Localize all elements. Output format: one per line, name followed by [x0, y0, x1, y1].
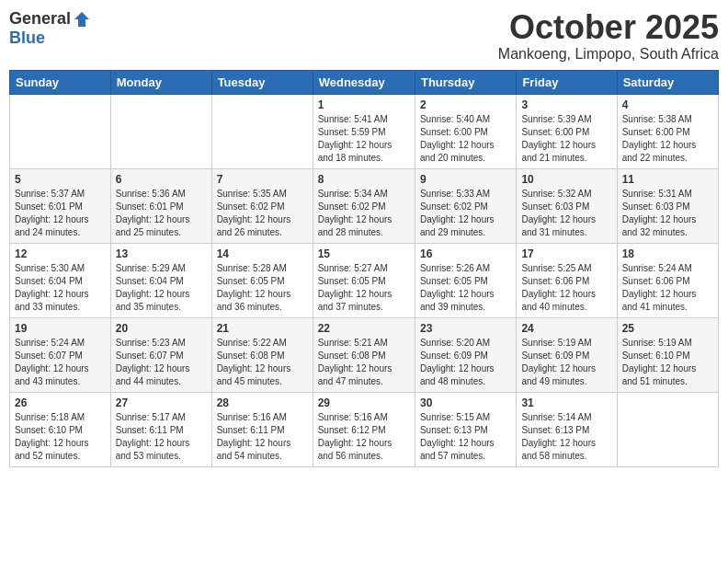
weekday-header: Friday [517, 70, 617, 94]
day-info: Sunrise: 5:24 AM Sunset: 6:06 PM Dayligh… [622, 262, 713, 314]
day-number: 23 [420, 322, 511, 335]
day-number: 26 [15, 396, 106, 409]
calendar-day-cell: 7Sunrise: 5:35 AM Sunset: 6:02 PM Daylig… [211, 168, 313, 243]
day-info: Sunrise: 5:39 AM Sunset: 6:00 PM Dayligh… [521, 113, 611, 165]
calendar-day-cell: 25Sunrise: 5:19 AM Sunset: 6:10 PM Dayli… [617, 317, 718, 392]
day-number: 10 [521, 173, 611, 186]
day-info: Sunrise: 5:36 AM Sunset: 6:01 PM Dayligh… [116, 188, 207, 239]
day-info: Sunrise: 5:30 AM Sunset: 6:04 PM Dayligh… [15, 262, 106, 314]
day-number: 8 [318, 173, 410, 186]
calendar-day-cell: 17Sunrise: 5:25 AM Sunset: 6:06 PM Dayli… [517, 243, 617, 317]
day-info: Sunrise: 5:16 AM Sunset: 6:11 PM Dayligh… [217, 411, 308, 463]
calendar-day-cell: 12Sunrise: 5:30 AM Sunset: 6:04 PM Dayli… [10, 243, 111, 317]
day-number: 1 [318, 98, 410, 111]
logo-blue-text: Blue [9, 29, 45, 48]
calendar-header-row: SundayMondayTuesdayWednesdayThursdayFrid… [10, 70, 719, 94]
calendar-day-cell: 30Sunrise: 5:15 AM Sunset: 6:13 PM Dayli… [415, 392, 516, 466]
day-number: 2 [420, 98, 511, 111]
day-number: 12 [15, 247, 106, 260]
day-info: Sunrise: 5:23 AM Sunset: 6:07 PM Dayligh… [116, 337, 207, 388]
day-number: 29 [318, 396, 410, 409]
day-number: 21 [217, 322, 308, 335]
day-number: 31 [521, 396, 611, 409]
svg-marker-0 [74, 12, 89, 27]
day-info: Sunrise: 5:38 AM Sunset: 6:00 PM Dayligh… [622, 113, 713, 165]
day-number: 20 [116, 322, 207, 335]
day-info: Sunrise: 5:19 AM Sunset: 6:10 PM Dayligh… [622, 337, 713, 388]
calendar-week-row: 5Sunrise: 5:37 AM Sunset: 6:01 PM Daylig… [10, 168, 719, 243]
month-title: October 2025 [498, 9, 719, 46]
day-number: 30 [420, 396, 511, 409]
logo: General Blue [9, 9, 91, 48]
day-number: 13 [116, 247, 207, 260]
day-info: Sunrise: 5:27 AM Sunset: 6:05 PM Dayligh… [318, 262, 410, 314]
weekday-header: Tuesday [211, 70, 313, 94]
calendar-week-row: 12Sunrise: 5:30 AM Sunset: 6:04 PM Dayli… [10, 243, 719, 317]
day-info: Sunrise: 5:17 AM Sunset: 6:11 PM Dayligh… [116, 411, 207, 463]
day-info: Sunrise: 5:40 AM Sunset: 6:00 PM Dayligh… [420, 113, 511, 165]
day-info: Sunrise: 5:24 AM Sunset: 6:07 PM Dayligh… [15, 337, 106, 388]
day-number: 24 [521, 322, 611, 335]
calendar-week-row: 26Sunrise: 5:18 AM Sunset: 6:10 PM Dayli… [10, 392, 719, 466]
weekday-header: Monday [110, 70, 211, 94]
day-number: 5 [15, 173, 106, 186]
day-info: Sunrise: 5:22 AM Sunset: 6:08 PM Dayligh… [217, 337, 308, 388]
calendar-day-cell: 29Sunrise: 5:16 AM Sunset: 6:12 PM Dayli… [313, 392, 415, 466]
weekday-header: Saturday [617, 70, 718, 94]
day-info: Sunrise: 5:25 AM Sunset: 6:06 PM Dayligh… [521, 262, 611, 314]
day-info: Sunrise: 5:19 AM Sunset: 6:09 PM Dayligh… [521, 337, 611, 388]
day-info: Sunrise: 5:32 AM Sunset: 6:03 PM Dayligh… [521, 188, 611, 239]
calendar-day-cell: 6Sunrise: 5:36 AM Sunset: 6:01 PM Daylig… [110, 168, 211, 243]
calendar-week-row: 1Sunrise: 5:41 AM Sunset: 5:59 PM Daylig… [10, 94, 719, 168]
day-info: Sunrise: 5:34 AM Sunset: 6:02 PM Dayligh… [318, 188, 410, 239]
calendar-table: SundayMondayTuesdayWednesdayThursdayFrid… [9, 70, 719, 467]
calendar-day-cell [110, 94, 211, 168]
calendar-day-cell: 27Sunrise: 5:17 AM Sunset: 6:11 PM Dayli… [110, 392, 211, 466]
weekday-header: Wednesday [313, 70, 415, 94]
day-info: Sunrise: 5:28 AM Sunset: 6:05 PM Dayligh… [217, 262, 308, 314]
day-number: 7 [217, 173, 308, 186]
day-info: Sunrise: 5:35 AM Sunset: 6:02 PM Dayligh… [217, 188, 308, 239]
day-info: Sunrise: 5:18 AM Sunset: 6:10 PM Dayligh… [15, 411, 106, 463]
calendar-day-cell: 28Sunrise: 5:16 AM Sunset: 6:11 PM Dayli… [211, 392, 313, 466]
calendar-day-cell: 13Sunrise: 5:29 AM Sunset: 6:04 PM Dayli… [110, 243, 211, 317]
calendar-day-cell: 15Sunrise: 5:27 AM Sunset: 6:05 PM Dayli… [313, 243, 415, 317]
calendar-day-cell: 18Sunrise: 5:24 AM Sunset: 6:06 PM Dayli… [617, 243, 718, 317]
day-info: Sunrise: 5:20 AM Sunset: 6:09 PM Dayligh… [420, 337, 511, 388]
calendar-day-cell: 10Sunrise: 5:32 AM Sunset: 6:03 PM Dayli… [517, 168, 617, 243]
calendar-day-cell: 14Sunrise: 5:28 AM Sunset: 6:05 PM Dayli… [211, 243, 313, 317]
page-header: General Blue October 2025 Mankoeng, Limp… [9, 9, 719, 63]
day-number: 9 [420, 173, 511, 186]
day-number: 11 [622, 173, 713, 186]
calendar-day-cell: 16Sunrise: 5:26 AM Sunset: 6:05 PM Dayli… [415, 243, 516, 317]
calendar-day-cell: 21Sunrise: 5:22 AM Sunset: 6:08 PM Dayli… [211, 317, 313, 392]
day-info: Sunrise: 5:16 AM Sunset: 6:12 PM Dayligh… [318, 411, 410, 463]
day-number: 19 [15, 322, 106, 335]
calendar-day-cell: 9Sunrise: 5:33 AM Sunset: 6:02 PM Daylig… [415, 168, 516, 243]
calendar-day-cell [617, 392, 718, 466]
calendar-day-cell: 8Sunrise: 5:34 AM Sunset: 6:02 PM Daylig… [313, 168, 415, 243]
calendar-day-cell: 26Sunrise: 5:18 AM Sunset: 6:10 PM Dayli… [10, 392, 111, 466]
calendar-day-cell: 4Sunrise: 5:38 AM Sunset: 6:00 PM Daylig… [617, 94, 718, 168]
day-info: Sunrise: 5:41 AM Sunset: 5:59 PM Dayligh… [318, 113, 410, 165]
calendar-day-cell: 31Sunrise: 5:14 AM Sunset: 6:13 PM Dayli… [517, 392, 617, 466]
logo-icon [73, 10, 91, 29]
day-number: 16 [420, 247, 511, 260]
day-number: 15 [318, 247, 410, 260]
calendar-day-cell [10, 94, 111, 168]
day-number: 18 [622, 247, 713, 260]
title-block: October 2025 Mankoeng, Limpopo, South Af… [498, 9, 719, 63]
calendar-week-row: 19Sunrise: 5:24 AM Sunset: 6:07 PM Dayli… [10, 317, 719, 392]
day-info: Sunrise: 5:26 AM Sunset: 6:05 PM Dayligh… [420, 262, 511, 314]
calendar-day-cell: 5Sunrise: 5:37 AM Sunset: 6:01 PM Daylig… [10, 168, 111, 243]
calendar-day-cell: 2Sunrise: 5:40 AM Sunset: 6:00 PM Daylig… [415, 94, 516, 168]
day-info: Sunrise: 5:33 AM Sunset: 6:02 PM Dayligh… [420, 188, 511, 239]
day-info: Sunrise: 5:14 AM Sunset: 6:13 PM Dayligh… [521, 411, 611, 463]
calendar-day-cell: 19Sunrise: 5:24 AM Sunset: 6:07 PM Dayli… [10, 317, 111, 392]
calendar-day-cell: 23Sunrise: 5:20 AM Sunset: 6:09 PM Dayli… [415, 317, 516, 392]
calendar-day-cell: 20Sunrise: 5:23 AM Sunset: 6:07 PM Dayli… [110, 317, 211, 392]
day-number: 28 [217, 396, 308, 409]
day-info: Sunrise: 5:21 AM Sunset: 6:08 PM Dayligh… [318, 337, 410, 388]
day-number: 4 [622, 98, 713, 111]
day-number: 17 [521, 247, 611, 260]
